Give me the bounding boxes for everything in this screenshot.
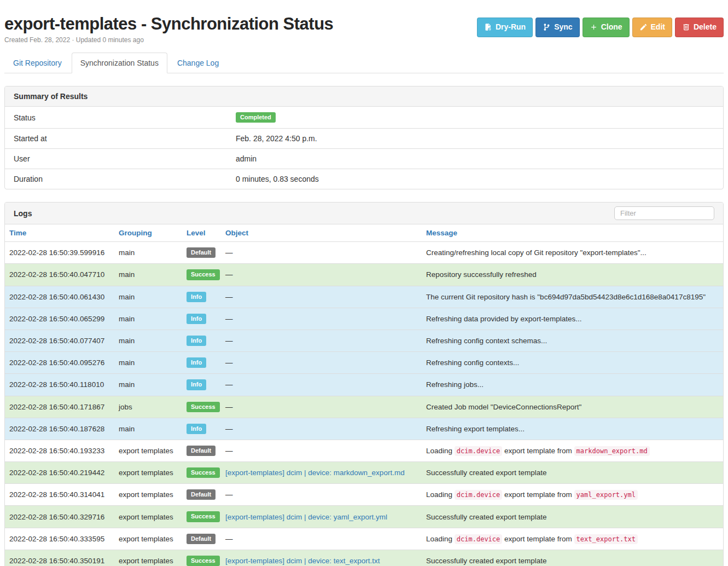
log-row: 2022-02-28 16:50:40.065299mainInfo—Refre… — [5, 308, 723, 330]
log-time: 2022-02-28 16:50:40.171867 — [5, 396, 114, 418]
summary-label: Status — [5, 107, 231, 129]
level-badge: Default — [187, 247, 216, 258]
tab-change-log[interactable]: Change Log — [168, 53, 228, 73]
log-level: Success — [182, 550, 221, 566]
log-message: Loading dcim.device export template from… — [422, 484, 723, 506]
empty-object-dash: — — [225, 380, 233, 389]
log-object: — — [221, 264, 422, 286]
log-time: 2022-02-28 16:50:40.095276 — [5, 352, 114, 374]
log-message: Successfully created export template — [422, 462, 723, 484]
log-level: Info — [182, 308, 221, 330]
log-message: Successfully created export template — [422, 550, 723, 566]
log-grouping: export templates — [114, 440, 182, 461]
log-object: — — [221, 330, 422, 351]
log-level: Default — [182, 440, 221, 461]
log-object: [export-templates] dcim | device: yaml_e… — [221, 506, 422, 528]
log-message: Loading dcim.device export template from… — [422, 528, 723, 550]
log-message: The current Git repository hash is "bc69… — [422, 286, 723, 308]
git-network-icon — [543, 23, 551, 31]
tab-git-repository[interactable]: Git Repository — [4, 53, 71, 73]
logs-panel-title: Logs — [14, 209, 32, 218]
summary-label: Duration — [5, 169, 231, 189]
trash-icon — [682, 23, 690, 31]
dry-run-button[interactable]: Dry-Run — [477, 18, 533, 37]
log-row: 2022-02-28 16:50:40.187628mainInfo—Refre… — [5, 418, 723, 440]
log-level: Info — [182, 330, 221, 351]
button-label: Clone — [601, 22, 622, 33]
tab-synchronization-status[interactable]: Synchronization Status — [72, 53, 167, 73]
column-header-message[interactable]: Message — [426, 229, 457, 237]
log-time: 2022-02-28 16:50:40.187628 — [5, 418, 114, 440]
log-time: 2022-02-28 16:50:40.333595 — [5, 528, 114, 550]
log-message: Refreshing config contexts... — [422, 352, 723, 374]
log-row: 2022-02-28 16:50:40.171867jobsSuccess—Cr… — [5, 396, 723, 418]
log-level: Default — [182, 528, 221, 550]
log-level: Info — [182, 374, 221, 396]
log-object: — — [221, 396, 422, 418]
log-message: Loading dcim.device export template from… — [422, 440, 723, 461]
level-badge: Success — [187, 269, 220, 280]
log-object: — — [221, 528, 422, 550]
log-level: Info — [182, 352, 221, 374]
log-object: — — [221, 440, 422, 461]
sync-button[interactable]: Sync — [535, 18, 579, 37]
log-object: — — [221, 484, 422, 506]
page-container: Dry-RunSyncCloneEditDelete export-templa… — [0, 14, 728, 566]
delete-button[interactable]: Delete — [675, 18, 724, 37]
log-grouping: export templates — [114, 550, 182, 566]
empty-object-dash: — — [225, 337, 233, 345]
log-time: 2022-02-28 16:50:40.118010 — [5, 374, 114, 396]
summary-value: 0 minutes, 0.83 seconds — [231, 169, 723, 189]
log-time: 2022-02-28 16:50:39.599916 — [5, 242, 114, 264]
log-message: Created Job model "DeviceConnectionsRepo… — [422, 396, 723, 418]
level-badge: Info — [187, 357, 206, 368]
log-grouping: export templates — [114, 462, 182, 484]
log-time: 2022-02-28 16:50:40.065299 — [5, 308, 114, 330]
log-row: 2022-02-28 16:50:39.599916mainDefault—Cr… — [5, 242, 723, 264]
tab-bar: Git RepositorySynchronization StatusChan… — [4, 53, 724, 73]
log-level: Success — [182, 396, 221, 418]
level-badge: Success — [187, 402, 220, 412]
log-row: 2022-02-28 16:50:40.047710mainSuccess—Re… — [5, 264, 723, 286]
empty-object-dash: — — [225, 249, 233, 257]
log-grouping: main — [114, 374, 182, 396]
object-link[interactable]: [export-templates] dcim | device: yaml_e… — [225, 513, 387, 521]
log-level: Success — [182, 462, 221, 484]
log-level: Default — [182, 484, 221, 506]
clone-button[interactable]: Clone — [583, 18, 630, 37]
column-header-object[interactable]: Object — [225, 229, 248, 237]
log-object: — — [221, 242, 422, 264]
log-level: Success — [182, 506, 221, 528]
empty-object-dash: — — [225, 535, 233, 543]
empty-object-dash: — — [225, 359, 233, 367]
log-time: 2022-02-28 16:50:40.350191 — [5, 550, 114, 566]
button-label: Delete — [694, 22, 717, 33]
created-updated-text: Created Feb. 28, 2022 · Updated 0 minute… — [4, 36, 724, 44]
code-span: dcim.device — [455, 534, 502, 544]
column-header-level[interactable]: Level — [187, 229, 206, 237]
code-span: dcim.device — [455, 490, 502, 500]
object-link[interactable]: [export-templates] dcim | device: text_e… — [225, 557, 380, 565]
log-object: [export-templates] dcim | device: markdo… — [221, 462, 422, 484]
log-time: 2022-02-28 16:50:40.193233 — [5, 440, 114, 461]
log-grouping: main — [114, 418, 182, 440]
log-level: Success — [182, 264, 221, 286]
object-link[interactable]: [export-templates] dcim | device: markdo… — [225, 469, 405, 477]
code-span: dcim.device — [455, 446, 502, 456]
log-row: 2022-02-28 16:50:40.329716export templat… — [5, 506, 723, 528]
column-header-time[interactable]: Time — [9, 229, 26, 237]
summary-table: StatusCompletedStarted atFeb. 28, 2022 4… — [5, 107, 723, 189]
log-level: Default — [182, 242, 221, 264]
level-badge: Success — [187, 467, 220, 478]
column-header-grouping[interactable]: Grouping — [119, 229, 152, 237]
summary-panel: Summary of Results StatusCompletedStarte… — [4, 86, 724, 189]
log-grouping: main — [114, 352, 182, 374]
log-object: — — [221, 286, 422, 308]
edit-button[interactable]: Edit — [632, 18, 672, 37]
summary-label: User — [5, 149, 231, 169]
log-object: — — [221, 352, 422, 374]
level-badge: Info — [187, 292, 206, 302]
filter-input[interactable] — [614, 206, 714, 220]
level-badge: Default — [187, 534, 216, 544]
log-time: 2022-02-28 16:50:40.219442 — [5, 462, 114, 484]
